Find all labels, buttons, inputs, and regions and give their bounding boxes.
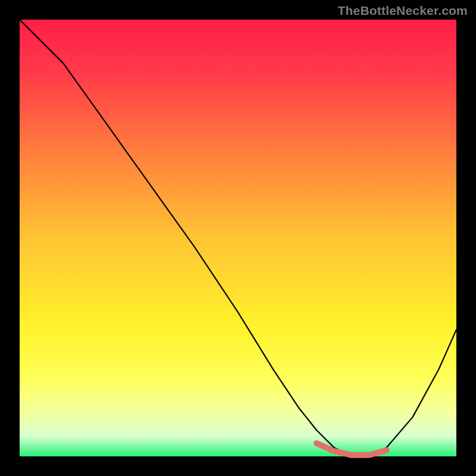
plot-area bbox=[20, 20, 456, 456]
chart-svg bbox=[0, 0, 476, 476]
watermark-text: TheBottleNecker.com bbox=[337, 4, 468, 18]
chart-frame: TheBottleNecker.com bbox=[0, 0, 476, 476]
